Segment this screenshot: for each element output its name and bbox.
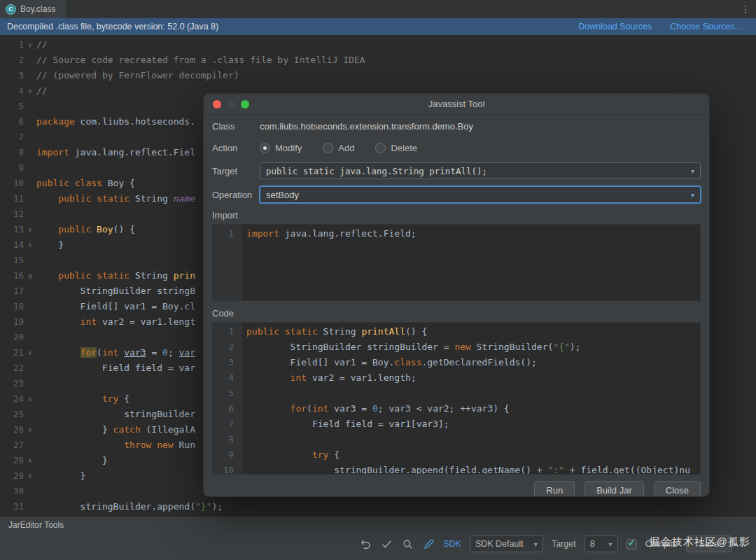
line-number: 3 xyxy=(0,68,24,83)
fold-gutter xyxy=(24,299,36,314)
action-radio-add[interactable]: Add xyxy=(323,143,354,153)
code-text: StringBuilder stringBuilder = new String… xyxy=(234,340,580,355)
line-number: 7 xyxy=(213,416,234,432)
radio-circle xyxy=(260,143,270,153)
line-number: 1 xyxy=(213,324,234,340)
line-number: 18 xyxy=(0,299,24,314)
fold-gutter xyxy=(24,253,36,268)
tab-boy-class[interactable]: C Boy.class xyxy=(0,0,67,18)
line-number: 16 xyxy=(0,268,24,284)
tool-window-title[interactable]: JarEditor Tools xyxy=(0,517,64,530)
code-text: // (powered by FernFlower decompiler) xyxy=(36,68,239,83)
kebab-menu-icon[interactable]: ⋮ xyxy=(741,0,750,18)
target-version-select[interactable]: 8 ▾ xyxy=(584,536,618,552)
radio-circle xyxy=(323,143,333,153)
line-number: 9 xyxy=(0,160,24,176)
class-value: com.liubs.hotseconds.extension.transform… xyxy=(260,121,473,132)
code-text: // xyxy=(36,83,48,99)
download-sources-link[interactable]: Download Sources xyxy=(578,22,652,31)
target-select[interactable]: public static java.lang.String printAll(… xyxy=(260,162,701,179)
watermark: 掘金技术社区@孤影 xyxy=(650,536,750,549)
line-number: 24 xyxy=(0,391,24,407)
fold-icon[interactable]: ∨ xyxy=(24,345,36,360)
target-field-label: Target xyxy=(212,166,260,176)
code-line: 4 int var2 = var1.length; xyxy=(213,370,700,386)
operation-select[interactable]: setBody ▾ xyxy=(260,186,701,203)
search-icon[interactable] xyxy=(401,538,414,550)
chevron-down-icon: ▾ xyxy=(691,167,694,175)
line-number: 21 xyxy=(0,345,24,360)
line-number: 5 xyxy=(213,386,234,401)
code-text: stringBuilder.append(field.getName() + "… xyxy=(234,463,690,475)
line-number: 10 xyxy=(0,176,24,191)
fold-gutter xyxy=(24,314,36,330)
code-text: } xyxy=(36,468,85,484)
code-line: 2 StringBuilder stringBuilder = new Stri… xyxy=(213,340,700,355)
code-text: Field[] var1 = Boy.class.getDeclaredFiel… xyxy=(234,355,537,370)
code-text: } xyxy=(36,453,108,468)
fold-icon[interactable]: ∧ xyxy=(24,453,36,468)
fold-icon[interactable]: ∧ xyxy=(24,237,36,253)
editor-tab-bar: C Boy.class ⋮ xyxy=(0,0,756,18)
banner-links: Download Sources Choose Sources... xyxy=(578,22,749,31)
choose-sources-link[interactable]: Choose Sources... xyxy=(670,22,742,31)
radio-circle xyxy=(375,143,386,153)
code-text: public Boy() { xyxy=(36,222,135,237)
fold-gutter xyxy=(24,176,36,191)
code-line: 8 xyxy=(213,432,700,447)
fold-icon[interactable]: ∧ xyxy=(24,422,36,438)
edit-pencil-icon[interactable] xyxy=(422,538,435,550)
line-number: 1 xyxy=(0,37,24,52)
fold-icon[interactable]: ∧ xyxy=(24,468,36,484)
code-line: 1public static String printAll() { xyxy=(213,324,700,340)
line-number: 15 xyxy=(0,253,24,268)
close-button[interactable]: Close xyxy=(654,481,701,497)
javassist-tool-dialog: Javassist Tool Class com.liubs.hotsecond… xyxy=(203,93,710,497)
run-button[interactable]: Run xyxy=(534,481,575,497)
fold-gutter xyxy=(24,160,36,176)
sdk-select[interactable]: SDK Default ▾ xyxy=(470,536,543,552)
sdk-select-value: SDK Default xyxy=(475,539,524,549)
code-text: // xyxy=(36,37,48,52)
line-number: 2 xyxy=(0,52,24,68)
minimize-window-button xyxy=(227,100,235,108)
build-jar-button[interactable]: Build Jar xyxy=(584,481,644,497)
fold-icon[interactable]: ∨ xyxy=(24,222,36,237)
action-radio-delete[interactable]: Delete xyxy=(375,143,417,153)
line-number: 29 xyxy=(0,468,24,484)
target-version-value: 8 xyxy=(590,539,595,549)
operation-select-value: setBody xyxy=(266,190,299,200)
line-number: 6 xyxy=(213,401,234,416)
compile-checkbox[interactable] xyxy=(626,539,637,550)
line-number: 25 xyxy=(0,407,24,422)
undo-icon[interactable] xyxy=(359,538,372,550)
fold-icon[interactable]: ∨ xyxy=(24,37,36,52)
zoom-window-button[interactable] xyxy=(241,100,249,108)
chevron-down-icon: ▾ xyxy=(609,540,612,548)
fold-icon[interactable]: ∧ xyxy=(24,83,36,99)
code-text: public static String printAll() { xyxy=(234,324,427,340)
sdk-label: SDK xyxy=(443,539,461,549)
radio-label: Modify xyxy=(275,143,302,153)
code-line: 3// (powered by FernFlower decompiler) xyxy=(0,68,756,83)
dialog-titlebar[interactable]: Javassist Tool xyxy=(204,94,709,115)
code-text: Field[] var1 = Boy.cl xyxy=(36,299,195,314)
close-window-button[interactable] xyxy=(213,100,221,108)
banner-text: Decompiled .class file, bytecode version… xyxy=(7,22,218,31)
line-number: 4 xyxy=(213,370,234,386)
check-icon[interactable] xyxy=(380,538,393,550)
code-text: int var2 = var1.length; xyxy=(234,370,416,386)
radio-label: Add xyxy=(338,143,354,153)
dialog-code-editor[interactable]: 1public static String printAll() {2 Stri… xyxy=(212,322,701,475)
class-row: Class com.liubs.hotseconds.extension.tra… xyxy=(212,118,701,134)
line-number: 8 xyxy=(0,145,24,160)
line-number: 17 xyxy=(0,284,24,299)
fold-icon[interactable]: ∨ xyxy=(24,391,36,407)
code-line: 9 try { xyxy=(213,447,700,463)
code-line: 10 stringBuilder.append(field.getName() … xyxy=(213,463,700,475)
action-radio-modify[interactable]: Modify xyxy=(260,143,302,153)
line-number: 28 xyxy=(0,453,24,468)
fold-icon[interactable]: @ xyxy=(24,268,36,284)
code-line: 6 for(int var3 = 0; var3 < var2; ++var3)… xyxy=(213,401,700,416)
import-editor[interactable]: 1import java.lang.reflect.Field; xyxy=(212,224,701,301)
